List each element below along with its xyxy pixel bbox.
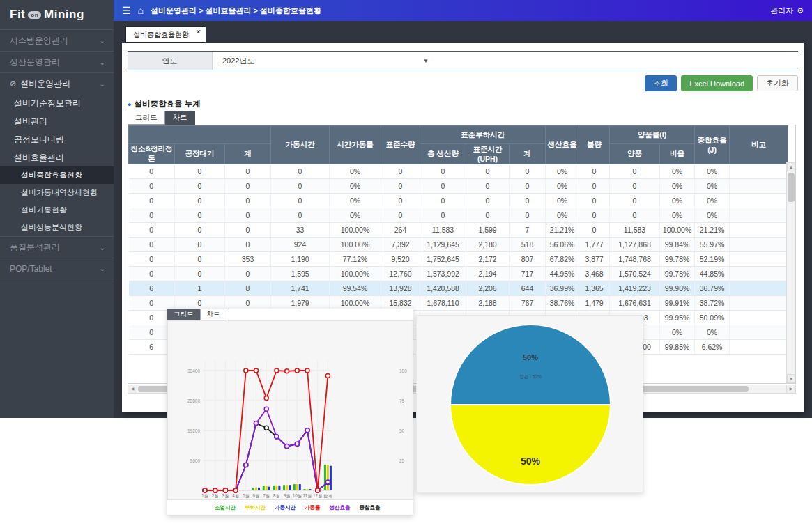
scroll-down-icon[interactable]: ▼ <box>787 374 795 383</box>
scroll-right-icon[interactable]: ▶ <box>786 385 795 393</box>
cell: 3,468 <box>579 267 610 281</box>
table-row[interactable]: 00000%00000%000%0% <box>129 194 788 208</box>
cell: 99.85% <box>660 340 695 355</box>
tab-grid[interactable]: 그리드 <box>128 111 165 125</box>
page-tab[interactable]: 설비종합효율현황 ✕ <box>125 26 206 43</box>
cell: 644 <box>510 281 546 296</box>
sidebar-item-설비종합효율현황[interactable]: 설비종합효율현황 <box>0 166 114 184</box>
cell: 0 <box>381 164 420 179</box>
sidebar-item-설비기준정보관리[interactable]: 설비기준정보관리 <box>0 94 114 112</box>
sidebar-item-설비가동내역상세현황[interactable]: 설비가동내역상세현황 <box>0 184 114 201</box>
cell: 0% <box>546 194 579 208</box>
table-row[interactable]: 00033100.00%26411,5831,599721.21%011,583… <box>129 223 788 238</box>
cell: 44.95% <box>546 267 579 281</box>
sidebar-item-시스템운영관리[interactable]: 시스템운영관리⌄ <box>0 29 114 51</box>
svg-text:2월: 2월 <box>212 493 219 498</box>
cell: 0 <box>225 164 271 179</box>
search-button[interactable]: 조회 <box>645 75 677 91</box>
svg-text:50%: 50% <box>521 456 541 467</box>
cell: 99.95% <box>660 311 695 325</box>
sidebar-item-설비효율관리[interactable]: 설비효율관리 <box>0 148 114 166</box>
year-filter-label: 연도 <box>128 52 213 70</box>
table-row[interactable]: 0001,595100.00%12,7601,573,9922,19471744… <box>129 267 788 281</box>
close-icon[interactable]: ✕ <box>196 29 201 36</box>
sidebar-item-설비가동현황[interactable]: 설비가동현황 <box>0 201 114 219</box>
sidebar-item-label: 설비관리 <box>14 116 114 127</box>
svg-text:3월: 3월 <box>222 493 229 498</box>
svg-text:100: 100 <box>399 368 407 373</box>
gear-icon[interactable]: ⚙ <box>797 6 804 15</box>
table-row[interactable]: 000924100.00%7,3921,129,6452,18051856.06… <box>129 238 788 252</box>
vertical-scroll-thumb[interactable] <box>788 173 795 202</box>
svg-text:정전 / 50%: 정전 / 50% <box>519 374 542 380</box>
svg-text:25: 25 <box>399 458 405 463</box>
sidebar-item-설비관리[interactable]: 설비관리 <box>0 112 114 130</box>
cell: 0 <box>510 164 546 179</box>
hamburger-icon[interactable]: ☰ <box>122 5 131 16</box>
sidebar-item-품질분석관리[interactable]: 품질분석관리⌄ <box>0 236 114 258</box>
sidebar-item-label: 생산운영관리 <box>10 56 100 68</box>
svg-text:50%: 50% <box>523 353 538 362</box>
table-row[interactable]: 00000%00000%000%0% <box>129 164 788 179</box>
cell: 0 <box>129 267 175 281</box>
sidebar-item-생산운영관리[interactable]: 생산운영관리⌄ <box>0 51 114 72</box>
cell: 1,129,645 <box>420 238 466 252</box>
vertical-scrollbar[interactable]: ▲ ▼ <box>786 162 795 383</box>
cell: 38.72% <box>695 296 730 311</box>
table-row[interactable]: 00000%00000%000%0% <box>129 208 788 223</box>
cell: 0% <box>695 164 730 179</box>
svg-text:11월: 11월 <box>303 493 312 498</box>
cell: 0% <box>330 208 381 223</box>
excel-download-button[interactable]: Excel Download <box>681 75 753 91</box>
admin-area: 관리자 ⚙ <box>770 6 804 16</box>
tab-grid[interactable]: 그리드 <box>167 309 200 320</box>
svg-text:9월: 9월 <box>284 493 291 498</box>
sidebar-item-label: 설비운영관리 <box>20 78 99 90</box>
sidebar-item-POP/Tablet[interactable]: POP/Tablet⌄ <box>0 258 114 279</box>
cell: 6 <box>129 281 175 296</box>
table-row[interactable]: 6181,74199.54%13,9281,420,5882,20664436.… <box>129 281 788 296</box>
cell: 1,752,645 <box>420 252 466 267</box>
cell: 0% <box>660 194 695 208</box>
sidebar-item-설비운영관리[interactable]: ⊘설비운영관리⌄ <box>0 72 114 94</box>
table-row[interactable]: 00000%00000%000%0% <box>129 179 788 194</box>
cell: 0 <box>129 223 175 238</box>
cell: 2,172 <box>466 252 510 267</box>
page-tab-label: 설비종합효율현황 <box>133 30 189 40</box>
reset-button[interactable]: 초기화 <box>757 75 798 91</box>
cell: 0 <box>129 208 175 223</box>
column-subheader: 공정대기 <box>175 144 225 164</box>
cell: 1,599 <box>466 223 510 238</box>
breadcrumb: 설비운영관리 > 설비효율관리 > 설비종합효율현황 <box>151 6 770 16</box>
cell <box>730 325 788 340</box>
legend-item-가동시간: 가동시간 <box>275 504 296 511</box>
sidebar-item-label: 설비종합효율현황 <box>21 170 114 180</box>
sidebar-item-label: 설비기준정보관리 <box>14 98 114 109</box>
cell: 21.21% <box>695 223 730 238</box>
tab-chart[interactable]: 차트 <box>165 111 195 125</box>
scroll-up-icon[interactable]: ▲ <box>787 162 795 171</box>
cell: 0 <box>175 208 225 223</box>
sidebar-item-label: 시스템운영관리 <box>10 35 100 47</box>
cell: 2,206 <box>466 281 510 296</box>
column-header: 표준수량 <box>381 126 420 164</box>
cell: 100.00% <box>330 267 381 281</box>
cell: 1,748,768 <box>610 252 660 267</box>
cell: 1 <box>175 281 225 296</box>
cell: 0 <box>510 208 546 223</box>
table-row[interactable]: 003531,19077.12%9,5201,752,6452,17280767… <box>129 252 788 267</box>
cell: 0 <box>175 252 225 267</box>
cell: 0% <box>660 164 695 179</box>
column-subheader: 청소&정리정돈 <box>129 144 175 164</box>
tab-chart[interactable]: 차트 <box>200 309 227 320</box>
cell: 0% <box>660 325 695 340</box>
sidebar-item-설비성능분석현황[interactable]: 설비성능분석현황 <box>0 219 114 236</box>
cell: 0 <box>175 223 225 238</box>
sidebar-item-공정모니터링[interactable]: 공정모니터링 <box>0 130 114 148</box>
year-select[interactable]: 2022년도 ▼ <box>213 52 436 70</box>
cell: 13,928 <box>381 281 420 296</box>
legend-item-가동률: 가동률 <box>305 504 321 511</box>
scroll-left-icon[interactable]: ◀ <box>128 385 137 393</box>
cell: 0 <box>225 267 271 281</box>
home-icon[interactable]: ⌂ <box>138 5 144 16</box>
